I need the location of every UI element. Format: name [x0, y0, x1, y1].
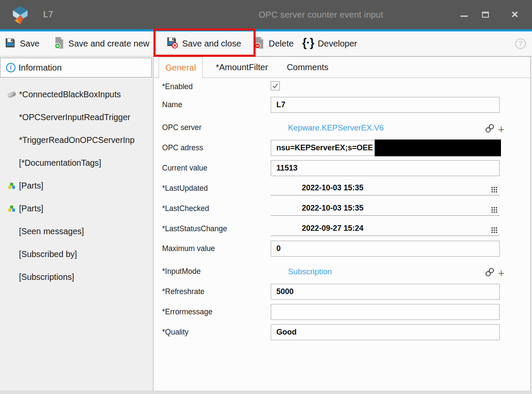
opc-server-label: OPC server: [162, 120, 269, 136]
delete-label: Delete: [269, 39, 294, 49]
add-new-icon[interactable]: +: [498, 269, 504, 277]
parts-icon: [6, 205, 17, 212]
current-value-label: Current value: [162, 160, 269, 176]
connector-icon: [6, 93, 17, 97]
lastupdated-field[interactable]: 2022-10-03 15:35: [271, 182, 500, 195]
laststatuschange-label: *LastStatusChange: [162, 223, 269, 235]
opc-server-link[interactable]: Kepware.KEPServerEX.V6: [288, 120, 384, 136]
close-button[interactable]: ✕: [505, 0, 524, 29]
save-and-create-new-button[interactable]: Save and create new: [54, 37, 150, 51]
maximum-value-input[interactable]: 0: [271, 241, 500, 257]
form-row-lastupdated: *LastUpdated 2022-10-03 15:35: [153, 182, 530, 195]
developer-braces-icon: {·}: [302, 37, 314, 50]
parts-icon: [6, 183, 17, 189]
sidebar-item-connectedblackboxinputs[interactable]: *ConnectedBlackBoxInputs: [0, 83, 152, 106]
sidebar-item-information[interactable]: i Information: [0, 58, 152, 78]
inputmode-link[interactable]: Subscription: [288, 264, 332, 279]
save-floppy-icon: [4, 37, 16, 51]
form-row-quality: *Quality Good: [153, 324, 530, 340]
help-icon[interactable]: ?: [515, 38, 526, 49]
name-label: Name: [162, 97, 269, 113]
window-title: OPC server counter event input: [259, 10, 383, 20]
titlebar-item-name: L7: [43, 9, 53, 19]
sidebar-item-parts-1[interactable]: [Parts]: [0, 174, 152, 197]
tab-general[interactable]: General: [159, 57, 203, 78]
form-row-errormessage: *Errormessage: [153, 304, 530, 320]
sidebar-item-parts-2[interactable]: [Parts]: [0, 197, 152, 220]
form-row-maximum-value: Maximum value 0: [153, 241, 530, 257]
save-and-close-button[interactable]: Save and close: [166, 37, 241, 51]
minimize-icon: [460, 16, 468, 17]
sidebar-item-subscriptions[interactable]: [Subscriptions]: [0, 266, 152, 289]
sidebar-item-opcserverinputreadtrigger[interactable]: *OPCServerInputReadTrigger: [0, 106, 152, 129]
tab-strip: General *AmountFilter Comments: [153, 57, 530, 78]
form-row-name: Name L7: [153, 97, 530, 113]
name-input[interactable]: L7: [271, 97, 500, 113]
errormessage-label: *Errormessage: [162, 304, 269, 320]
title-bar: L7 OPC server counter event input ✕: [0, 0, 532, 29]
link-chain-icon[interactable]: [485, 267, 495, 279]
form-row-lastchecked: *LastChecked 2022-10-03 15:35: [153, 202, 530, 216]
app-window: L7 OPC server counter event input ✕ Save: [0, 0, 532, 394]
info-icon: i: [6, 63, 16, 72]
refreshrate-input[interactable]: 5000: [271, 284, 500, 300]
delete-button[interactable]: Delete: [254, 37, 294, 51]
tab-amountfilter[interactable]: *AmountFilter: [210, 57, 274, 78]
quality-input[interactable]: Good: [271, 324, 500, 340]
add-new-icon[interactable]: +: [498, 125, 504, 133]
toolbar: Save Save and create new: [0, 31, 532, 56]
sidebar-item-triggerreadonopcserverinp[interactable]: *TriggerReadOnOPCServerInp: [0, 129, 152, 152]
lastchecked-field[interactable]: 2022-10-03 15:35: [271, 202, 500, 216]
save-label: Save: [20, 39, 40, 49]
datetime-picker-icon[interactable]: [491, 185, 498, 196]
form-row-inputmode: *InputMode Subscription +: [153, 264, 530, 279]
sidebar-list: *ConnectedBlackBoxInputs *OPCServerInput…: [0, 83, 152, 289]
minimize-button[interactable]: [455, 0, 473, 29]
quality-label: *Quality: [162, 324, 269, 340]
developer-label: Developer: [318, 39, 357, 49]
errormessage-input[interactable]: [271, 304, 500, 320]
current-value-input[interactable]: 11513: [271, 160, 500, 176]
enabled-checkbox[interactable]: [271, 81, 280, 90]
save-and-create-new-label: Save and create new: [69, 39, 150, 49]
tab-comments[interactable]: Comments: [283, 57, 332, 78]
sidebar: i Information *ConnectedBlackBoxInputs *…: [0, 56, 153, 391]
datetime-picker-icon[interactable]: [491, 225, 498, 236]
save-button[interactable]: Save: [4, 37, 40, 51]
document-delete-icon: [254, 37, 265, 51]
document-add-icon: [54, 37, 65, 51]
sidebar-item-seen-messages[interactable]: [Seen messages]: [0, 220, 152, 243]
sidebar-item-subscribed-by[interactable]: [Subscribed by]: [0, 243, 152, 266]
laststatuschange-field[interactable]: 2022-09-27 15:24: [271, 223, 500, 236]
maximum-value-label: Maximum value: [162, 241, 269, 257]
form-row-enabled: *Enabled: [153, 81, 530, 94]
link-chain-icon[interactable]: [485, 123, 495, 135]
lastchecked-label: *LastChecked: [162, 202, 269, 214]
app-logo-icon: [12, 6, 29, 26]
save-and-close-label: Save and close: [182, 39, 241, 49]
form-row-current-value: Current value 11513: [153, 160, 530, 176]
datetime-picker-icon[interactable]: [491, 205, 498, 216]
enabled-label: *Enabled: [162, 81, 269, 92]
inputmode-label: *InputMode: [162, 264, 269, 279]
form-row-opc-server: OPC server Kepware.KEPServerEX.V6 +: [153, 120, 530, 136]
redaction-block: [375, 140, 501, 156]
sidebar-item-documentationtags[interactable]: [*DocumentationTags]: [0, 152, 152, 174]
form-row-laststatuschange: *LastStatusChange 2022-09-27 15:24: [153, 223, 530, 236]
developer-button[interactable]: {·} Developer: [302, 37, 357, 50]
information-label: Information: [19, 63, 62, 73]
refreshrate-label: *Refreshrate: [162, 284, 269, 300]
opc-adress-label: OPC adress: [162, 140, 269, 156]
form-row-refreshrate: *Refreshrate 5000: [153, 284, 530, 300]
main-panel: General *AmountFilter Comments *Enabled …: [153, 56, 531, 392]
lastupdated-label: *LastUpdated: [162, 182, 269, 194]
maximize-icon: [482, 12, 489, 18]
maximize-button[interactable]: [477, 0, 494, 29]
window-bottom-frame: [0, 391, 532, 394]
save-close-floppy-icon: [166, 37, 178, 51]
